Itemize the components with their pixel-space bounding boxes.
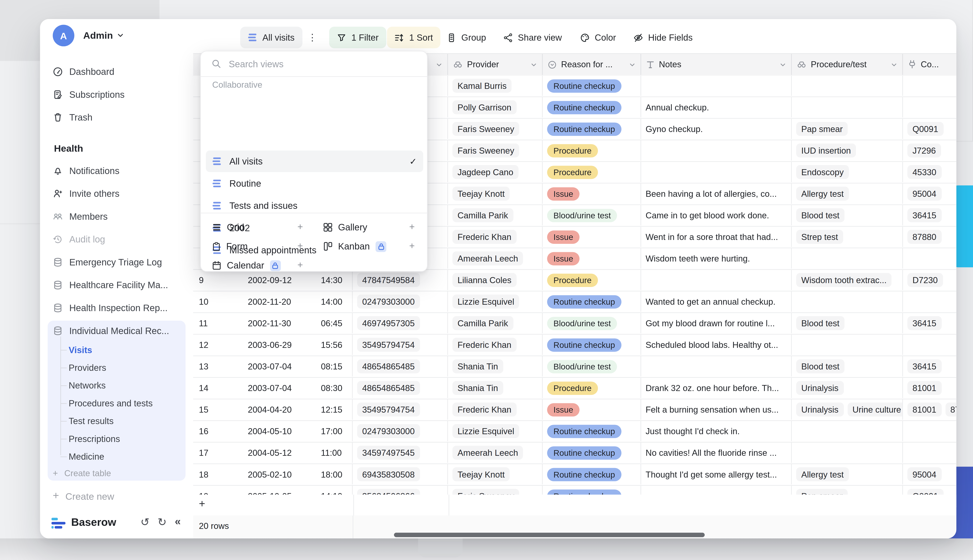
cell-procedure[interactable] <box>792 421 903 441</box>
cell-reason[interactable]: Routine checkup <box>543 464 641 484</box>
cell-provider[interactable]: Faris Sweeney <box>448 119 543 139</box>
cell-reason[interactable]: Procedure <box>543 270 641 290</box>
sidebar-table-test-results[interactable]: Test results <box>69 415 114 427</box>
workspace-switcher[interactable]: Admin <box>83 24 124 46</box>
cell-code[interactable]: 36415 <box>903 205 956 225</box>
cell-provider[interactable]: Faris Sweeney <box>448 140 543 161</box>
sidebar-item-subscriptions[interactable]: Subscriptions <box>53 87 125 102</box>
sidebar-item-trash[interactable]: Trash <box>53 110 92 125</box>
cell-reason[interactable]: Routine checkup <box>543 97 641 117</box>
cell-code[interactable]: 45330 <box>903 162 956 182</box>
cell-notes[interactable]: Went in for a sore throat that had... <box>641 227 792 247</box>
cell-procedure[interactable]: Blood test <box>792 356 903 377</box>
cell-notes[interactable]: Wisdom teeth were hurting. <box>641 248 792 268</box>
cell-procedure[interactable]: Allergy test <box>792 183 903 204</box>
cell-provider[interactable]: Ameerah Leech <box>448 248 543 268</box>
cell-procedure[interactable]: Strep test <box>792 227 903 247</box>
cell-procedure[interactable]: Wisdom tooth extrac... <box>792 270 903 290</box>
cell-notes[interactable] <box>641 270 792 290</box>
sidebar-table-medicine[interactable]: Medicine <box>69 450 104 463</box>
cell-row-meta[interactable]: 16 2004-05-10 17:00 <box>193 421 353 441</box>
cell-code[interactable]: 95004 <box>903 183 956 204</box>
cell-notes[interactable] <box>641 140 792 161</box>
cell-notes[interactable]: Scheduled blood labs. Healthy ot... <box>641 335 792 355</box>
cell-provider[interactable]: Camilla Parik <box>448 313 543 333</box>
cell-phone[interactable]: 02479303000 <box>353 421 448 441</box>
cell-notes[interactable] <box>641 162 792 182</box>
cell-provider[interactable]: Lizzie Esquivel <box>448 421 543 441</box>
cell-provider[interactable]: Lizzie Esquivel <box>448 292 543 312</box>
horizontal-scrollbar[interactable] <box>394 533 705 537</box>
cell-reason[interactable]: Issue <box>543 183 641 204</box>
cell-reason[interactable]: Blood/urine test <box>543 356 641 377</box>
cell-procedure[interactable]: Pap smear <box>792 119 903 139</box>
cell-code[interactable] <box>903 97 956 117</box>
add-kanban-view-button[interactable]: + <box>409 240 415 251</box>
cell-reason[interactable]: Routine checkup <box>543 292 641 312</box>
sidebar-item-audit-log[interactable]: Audit log <box>53 232 105 247</box>
cell-reason[interactable]: Procedure <box>543 140 641 161</box>
cell-procedure[interactable]: IUD insertion <box>792 140 903 161</box>
cell-row-meta[interactable]: 11 2002-11-30 06:45 <box>193 313 353 333</box>
cell-code[interactable]: J7296 <box>903 140 956 161</box>
view-type-grid[interactable]: Grid <box>212 218 244 237</box>
cell-notes[interactable]: Been having a lot of allergies, co... <box>641 183 792 204</box>
cell-provider[interactable]: Shania Tin <box>448 378 543 398</box>
cell-provider[interactable]: Camilla Parik <box>448 205 543 225</box>
cell-phone[interactable]: 48654865485 <box>353 356 448 377</box>
cell-provider[interactable]: Frederic Khan <box>448 227 543 247</box>
cell-code[interactable] <box>903 443 956 463</box>
cell-provider[interactable]: Teejay Knott <box>448 183 543 204</box>
cell-code[interactable]: Q0091 <box>903 119 956 139</box>
cell-reason[interactable]: Procedure <box>543 162 641 182</box>
group-button[interactable]: Group <box>447 27 486 48</box>
add-calendar-view-button[interactable]: + <box>298 259 303 270</box>
undo-icon[interactable]: ↺ <box>140 515 150 529</box>
cell-reason[interactable]: Issue <box>543 399 641 420</box>
cell-notes[interactable]: Felt a burning sensation when us... <box>641 399 792 420</box>
view-type-calendar[interactable]: Calendar <box>212 256 281 275</box>
cell-notes[interactable]: Annual checkup. <box>641 97 792 117</box>
header-notes[interactable]: Notes <box>641 54 792 75</box>
cell-provider[interactable]: Teejay Knott <box>448 464 543 484</box>
sidebar-item-health-inspection[interactable]: Health Inspection Rep... <box>53 300 167 315</box>
cell-code[interactable]: 81001 <box>903 378 956 398</box>
cell-row-meta[interactable]: 13 2003-07-04 08:15 <box>193 356 353 377</box>
cell-phone[interactable]: 02479303000 <box>353 292 448 312</box>
cell-phone[interactable]: 46974957305 <box>353 313 448 333</box>
chevron-down-icon[interactable] <box>629 61 635 68</box>
collapse-sidebar-icon[interactable]: « <box>175 515 181 528</box>
cell-code[interactable]: 36415 <box>903 313 956 333</box>
view-options-kebab[interactable]: ⋮ <box>308 27 317 48</box>
cell-row-meta[interactable]: 14 2003-07-04 08:30 <box>193 378 353 398</box>
cell-code[interactable]: 95004 <box>903 464 956 484</box>
cell-reason[interactable]: Routine checkup <box>543 76 641 96</box>
sidebar-item-individual-medical-records[interactable]: Individual Medical Rec... <box>53 323 169 338</box>
cell-notes[interactable]: Came in to get blood work done. <box>641 205 792 225</box>
cell-code[interactable]: 87880 <box>903 227 956 247</box>
cell-provider[interactable]: Frederic Khan <box>448 335 543 355</box>
cell-reason[interactable]: Blood/urine test <box>543 313 641 333</box>
add-row-button[interactable]: + <box>193 495 956 516</box>
sidebar-table-prescriptions[interactable]: Prescriptions <box>69 432 120 445</box>
cell-phone[interactable]: 35495794754 <box>353 399 448 420</box>
cell-phone[interactable]: 47847549584 <box>353 270 448 290</box>
hide-fields-button[interactable]: Hide Fields <box>634 27 693 48</box>
sidebar-item-emergency-triage-log[interactable]: Emergency Triage Log <box>53 255 162 270</box>
cell-notes[interactable] <box>641 356 792 377</box>
cell-reason[interactable]: Routine checkup <box>543 119 641 139</box>
create-table-button[interactable]: + Create table <box>53 465 111 480</box>
cell-provider[interactable]: Lilianna Coles <box>448 270 543 290</box>
cell-provider[interactable]: Ameerah Leech <box>448 443 543 463</box>
header-reason[interactable]: Reason for ... <box>543 54 641 75</box>
color-button[interactable]: Color <box>580 27 616 48</box>
cell-reason[interactable]: Procedure <box>543 378 641 398</box>
cell-procedure[interactable] <box>792 76 903 96</box>
cell-notes[interactable]: Got my blood drawn for routine l... <box>641 313 792 333</box>
create-new-button[interactable]: + Create new <box>53 488 114 503</box>
chevron-down-icon[interactable] <box>531 61 537 68</box>
cell-procedure[interactable]: Blood test <box>792 313 903 333</box>
cell-procedure[interactable] <box>792 443 903 463</box>
chevron-down-icon[interactable] <box>891 61 897 68</box>
cell-code[interactable] <box>903 248 956 268</box>
